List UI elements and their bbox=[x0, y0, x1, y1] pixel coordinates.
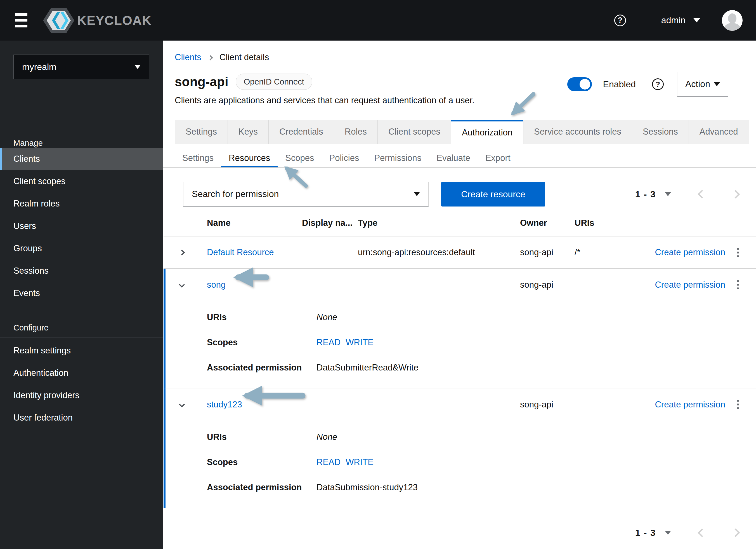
brand-text: KEYCLOAK bbox=[77, 13, 152, 28]
expand-row-icon[interactable] bbox=[175, 245, 189, 259]
detail-label-uris: URIs bbox=[207, 312, 316, 322]
sidebar-item-realm-roles[interactable]: Realm roles bbox=[0, 192, 163, 215]
breadcrumb-clients-link[interactable]: Clients bbox=[175, 52, 201, 62]
kebab-menu-icon[interactable] bbox=[737, 400, 739, 409]
tab-advanced[interactable]: Advanced bbox=[689, 120, 749, 144]
chevron-down-icon bbox=[714, 82, 720, 86]
table-row-song: song song-api Create permission bbox=[166, 268, 756, 301]
chevron-down-icon bbox=[134, 65, 141, 69]
help-icon[interactable]: ? bbox=[652, 78, 664, 90]
pagination-top: 1 - 3 bbox=[635, 182, 739, 206]
detail-label-uris: URIs bbox=[207, 432, 316, 442]
sidebar-item-groups[interactable]: Groups bbox=[0, 237, 163, 260]
pagination-options-icon[interactable] bbox=[665, 192, 671, 196]
nav-section-title: Manage bbox=[0, 131, 163, 148]
scope-link-write[interactable]: WRITE bbox=[346, 457, 374, 467]
scope-link-write[interactable]: WRITE bbox=[346, 338, 374, 348]
user-name: admin bbox=[661, 15, 686, 25]
sidebar-item-identity-providers[interactable]: Identity providers bbox=[0, 384, 163, 407]
kebab-menu-icon[interactable] bbox=[737, 248, 739, 257]
divider bbox=[0, 338, 163, 338]
collapse-row-icon[interactable] bbox=[175, 398, 189, 412]
create-resource-button[interactable]: Create resource bbox=[441, 182, 545, 206]
protocol-badge: OpenID Connect bbox=[236, 74, 312, 90]
pagination-options-icon[interactable] bbox=[665, 531, 671, 535]
tab-authorization[interactable]: Authorization bbox=[451, 120, 523, 144]
subtab-evaluate[interactable]: Evaluate bbox=[429, 149, 478, 167]
subtab-resources[interactable]: Resources bbox=[221, 149, 278, 167]
row-group-song: song song-api Create permission URIs Non… bbox=[164, 268, 756, 388]
associated-permission-link[interactable]: DataSubmission-study123 bbox=[316, 482, 418, 493]
resource-type: urn:song-api:resources:default bbox=[358, 247, 520, 257]
nav-section-title: Configure bbox=[0, 316, 163, 333]
avatar[interactable] bbox=[722, 10, 743, 31]
column-display-name: Display na... bbox=[302, 218, 358, 228]
detail-label-permission: Associated permission bbox=[207, 482, 316, 493]
tab-service-accounts-roles[interactable]: Service accounts roles bbox=[523, 120, 632, 144]
sidebar-item-client-scopes[interactable]: Client scopes bbox=[0, 170, 163, 192]
tab-sessions[interactable]: Sessions bbox=[632, 120, 689, 144]
scope-link-read[interactable]: READ bbox=[316, 457, 341, 467]
table-row-default-resource: Default Resource urn:song-api:resources:… bbox=[164, 236, 756, 268]
tab-credentials[interactable]: Credentials bbox=[269, 120, 334, 144]
subtab-permissions[interactable]: Permissions bbox=[367, 149, 429, 167]
tab-keys[interactable]: Keys bbox=[228, 120, 269, 144]
resource-uris: /* bbox=[575, 247, 639, 257]
column-uris: URIs bbox=[575, 218, 639, 228]
breadcrumb: Clients Client details bbox=[175, 52, 269, 62]
sidebar-item-sessions[interactable]: Sessions bbox=[0, 260, 163, 282]
main-content: Clients Client details song-api OpenID C… bbox=[163, 41, 756, 549]
resource-name-link[interactable]: song bbox=[207, 280, 302, 290]
scope-link-read[interactable]: READ bbox=[316, 338, 341, 348]
nav-section-manage: Manage Clients Client scopes Realm roles… bbox=[0, 131, 163, 305]
row-group-study123: study123 song-api Create permission URIs… bbox=[164, 388, 756, 508]
enabled-toggle[interactable] bbox=[567, 77, 592, 91]
angle-left-icon[interactable] bbox=[698, 190, 706, 198]
subtab-scopes[interactable]: Scopes bbox=[278, 149, 322, 167]
resource-owner: song-api bbox=[520, 400, 575, 410]
sidebar-item-authentication[interactable]: Authentication bbox=[0, 362, 163, 384]
sidebar-item-user-federation[interactable]: User federation bbox=[0, 407, 163, 429]
tab-roles[interactable]: Roles bbox=[334, 120, 378, 144]
subtab-settings[interactable]: Settings bbox=[175, 149, 221, 167]
nav-section-configure: Configure Realm settings Authentication … bbox=[0, 316, 163, 429]
sidebar-item-clients[interactable]: Clients bbox=[0, 148, 163, 170]
angle-left-icon[interactable] bbox=[698, 528, 706, 537]
row-details-study123: URIs None Scopes READ WRITE Associated p… bbox=[166, 421, 756, 508]
masthead: KEYCLOAK ? admin bbox=[0, 0, 756, 41]
action-dropdown[interactable]: Action bbox=[677, 72, 728, 96]
column-owner: Owner bbox=[520, 218, 575, 228]
kebab-menu-icon[interactable] bbox=[737, 280, 739, 289]
user-menu[interactable]: admin bbox=[661, 15, 700, 25]
search-permission-select[interactable]: Search for permission bbox=[183, 182, 429, 206]
keycloak-logo: KEYCLOAK bbox=[43, 8, 152, 33]
hamburger-menu-icon[interactable] bbox=[15, 13, 27, 28]
create-permission-link[interactable]: Create permission bbox=[655, 247, 725, 257]
tab-settings[interactable]: Settings bbox=[175, 120, 228, 144]
resource-name-link[interactable]: study123 bbox=[207, 400, 302, 410]
realm-selector[interactable]: myrealm bbox=[13, 55, 149, 79]
sidebar-item-events[interactable]: Events bbox=[0, 282, 163, 305]
resource-name-link[interactable]: Default Resource bbox=[207, 247, 302, 257]
angle-right-icon[interactable] bbox=[731, 190, 740, 198]
pagination-bottom: 1 - 3 bbox=[635, 520, 739, 545]
collapse-row-icon[interactable] bbox=[175, 278, 189, 292]
subtab-policies[interactable]: Policies bbox=[322, 149, 367, 167]
subtab-export[interactable]: Export bbox=[478, 149, 518, 167]
create-permission-link[interactable]: Create permission bbox=[655, 400, 725, 410]
create-permission-link[interactable]: Create permission bbox=[655, 280, 725, 290]
tab-client-scopes[interactable]: Client scopes bbox=[378, 120, 451, 144]
pagination-range: 1 - 3 bbox=[635, 189, 656, 199]
angle-right-icon[interactable] bbox=[731, 528, 740, 537]
sidebar-item-realm-settings[interactable]: Realm settings bbox=[0, 340, 163, 362]
sidebar-item-users[interactable]: Users bbox=[0, 215, 163, 237]
client-tabs: Settings Keys Credentials Roles Client s… bbox=[175, 120, 749, 144]
column-type: Type bbox=[358, 218, 520, 228]
resource-owner: song-api bbox=[520, 247, 575, 257]
help-icon[interactable]: ? bbox=[614, 15, 626, 26]
keycloak-admin-console: KEYCLOAK ? admin myrealm Manage Clients … bbox=[0, 0, 756, 549]
associated-permission-link[interactable]: DataSubmitterRead&Write bbox=[316, 363, 419, 373]
keycloak-logo-icon bbox=[43, 8, 74, 33]
breadcrumb-current: Client details bbox=[219, 52, 269, 62]
detail-label-scopes: Scopes bbox=[207, 457, 316, 467]
